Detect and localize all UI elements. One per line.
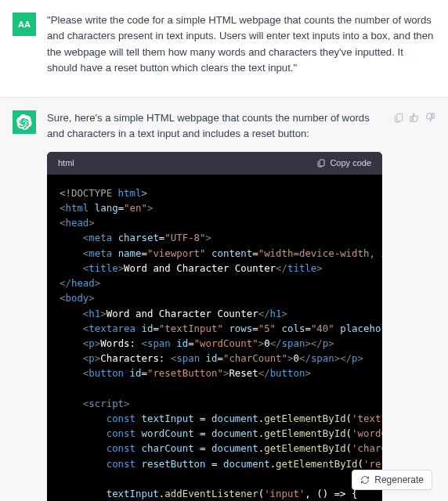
thumbs-up-icon [409,112,420,123]
assistant-content: Sure, here's a simple HTML webpage that … [47,110,382,501]
copy-code-label: Copy code [330,157,371,170]
assistant-message: Sure, here's a simple HTML webpage that … [0,98,448,501]
clipboard-icon [316,158,326,168]
regenerate-button[interactable]: Regenerate [352,470,432,490]
message-actions [393,110,435,501]
assistant-intro: Sure, here's a simple HTML webpage that … [47,110,382,142]
thumbs-down-button[interactable] [425,112,435,123]
assistant-avatar [13,110,36,134]
code-lang-label: html [58,157,74,170]
copy-message-button[interactable] [393,112,404,123]
user-prompt: "Please write the code for a simple HTML… [47,13,435,77]
user-avatar: AA [13,13,36,36]
regenerate-label: Regenerate [374,474,424,485]
thumbs-down-icon [425,112,435,123]
svg-rect-1 [397,114,403,121]
avatar-initials: AA [18,20,31,29]
code-block: html Copy code <!DOCTYPE html> <html lan… [47,152,382,501]
copy-code-button[interactable]: Copy code [316,157,371,170]
openai-icon [16,114,32,130]
clipboard-icon [393,112,404,123]
svg-rect-0 [320,160,324,166]
code-content[interactable]: <!DOCTYPE html> <html lang="en"> <head> … [47,175,382,501]
refresh-icon [360,475,370,485]
code-toolbar: html Copy code [47,152,382,175]
user-message: AA "Please write the code for a simple H… [0,0,448,98]
thumbs-up-button[interactable] [409,112,420,123]
user-text: "Please write the code for a simple HTML… [47,13,435,80]
